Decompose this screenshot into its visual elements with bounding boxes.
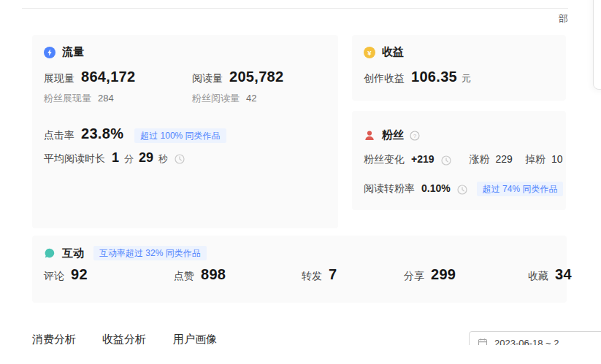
svg-text:¥: ¥ [367,48,372,56]
revenue-card-title: 收益 [382,45,404,59]
tab-user-portrait[interactable]: 用户画像 [173,333,217,345]
reads-metric: 阅读量 205,782 [192,69,283,85]
read-time-metric: 平均阅读时长 1 分 29 秒 [44,150,185,166]
coin-icon: ¥ [364,47,375,58]
ctr-benchmark-badge: 超过 100% 同类作品 [134,128,226,143]
calendar-icon [478,338,488,345]
svg-text:?: ? [413,133,417,139]
top-right-clipped-text: 部 [559,12,568,26]
fan-reads-label: 粉丝阅读量 [192,92,240,105]
creation-income-unit: 元 [462,72,471,85]
shares-value: 299 [431,266,456,283]
read-time-label: 平均阅读时长 [44,152,105,166]
fan-gain-value: 229 [496,153,513,165]
date-range-value: 2023-06-18 ~ 2 [494,338,559,346]
interaction-card-title: 互动 [62,247,84,260]
top-divider [22,8,568,9]
conversion-label: 阅读转粉率 [364,182,415,195]
fan-reads-value: 42 [246,93,256,104]
conversion-value: 0.10% [421,182,451,194]
read-time-seconds-unit: 秒 [158,152,168,166]
fan-loss-metric: 掉粉 10 [525,153,563,166]
bottom-section: 消费分析 收益分析 用户画像 2023-06-18 ~ 2 [0,325,601,345]
reposts-metric: 转发 7 [302,266,337,283]
favorites-label: 收藏 [528,270,548,283]
fan-impressions-value: 284 [98,93,114,104]
likes-label: 点赞 [174,270,194,283]
date-range-picker[interactable]: 2023-06-18 ~ 2 [469,331,601,345]
traffic-card: 流量 展现量 864,172 阅读量 205,782 粉丝展现量 284 粉丝阅… [32,35,338,228]
lightning-icon [44,47,55,58]
likes-metric: 点赞 898 [174,266,226,283]
fans-card-title: 粉丝 [382,128,404,142]
person-icon [364,130,375,142]
reads-label: 阅读量 [192,72,223,85]
reposts-value: 7 [329,266,337,283]
reposts-label: 转发 [302,270,322,283]
conversion-benchmark-badge: 超过 74% 同类作品 [477,182,564,196]
revenue-card-header: ¥ 收益 [364,45,404,59]
impressions-metric: 展现量 864,172 [44,69,135,85]
impressions-label: 展现量 [44,72,74,85]
tab-revenue-analysis[interactable]: 收益分析 [102,333,146,345]
comments-label: 评论 [44,270,64,283]
fans-card-header: 粉丝 ? [364,128,420,142]
chat-bubble-icon [44,247,55,259]
traffic-card-title: 流量 [62,45,84,59]
clock-icon[interactable] [457,185,467,195]
floating-panel-edge [593,0,601,90]
likes-value: 898 [201,266,226,283]
ctr-metric: 点击率 23.8% 超过 100% 同类作品 [44,125,226,143]
tab-consumption-analysis[interactable]: 消费分析 [32,333,76,345]
shares-metric: 分享 299 [404,266,456,283]
comments-value: 92 [71,266,88,283]
fan-change-value: +219 [411,153,435,165]
fan-reads-metric: 粉丝阅读量 42 [192,92,256,105]
fan-impressions-label: 粉丝展现量 [44,92,91,105]
ctr-label: 点击率 [44,129,74,142]
help-icon[interactable]: ? [410,131,420,141]
favorites-metric: 收藏 34 [528,266,572,283]
read-time-seconds: 29 [139,150,153,166]
clock-icon[interactable] [175,154,185,164]
interaction-card-header: 互动 互动率超过 32% 同类作品 [44,246,207,260]
read-time-minutes: 1 [112,150,119,166]
impressions-value: 864,172 [81,69,135,85]
reads-value: 205,782 [229,69,283,85]
analytics-dashboard: 部 流量 展现量 864,172 阅读量 205,782 粉丝展现量 284 粉… [0,0,601,364]
interaction-benchmark-badge: 互动率超过 32% 同类作品 [93,246,207,260]
fans-card: 粉丝 ? 粉丝变化 +219 涨粉 229 掉粉 10 阅读转粉率 0.10% [352,111,566,210]
fan-change-label: 粉丝变化 [364,153,405,166]
shares-label: 分享 [404,270,424,283]
favorites-value: 34 [555,266,572,283]
fan-loss-label: 掉粉 [525,153,546,166]
interaction-card: 互动 互动率超过 32% 同类作品 评论 92 点赞 898 转发 7 分享 2… [32,236,567,303]
clock-icon[interactable] [441,155,451,166]
revenue-card: ¥ 收益 创作收益 106.35 元 [352,35,566,101]
fan-loss-value: 10 [551,153,563,165]
creation-income-metric: 创作收益 106.35 元 [364,69,471,85]
ctr-value: 23.8% [81,125,123,142]
traffic-card-header: 流量 [44,45,84,59]
conversion-row: 阅读转粉率 0.10% 超过 74% 同类作品 [364,182,563,196]
creation-income-label: 创作收益 [364,72,405,85]
fan-gain-label: 涨粉 [470,153,490,166]
read-time-minutes-unit: 分 [124,152,134,166]
fan-impressions-metric: 粉丝展现量 284 [44,92,114,105]
creation-income-value: 106.35 [411,69,457,85]
comments-metric: 评论 92 [44,266,88,283]
fan-gain-metric: 涨粉 229 [470,153,513,166]
fan-change-row: 粉丝变化 +219 涨粉 229 掉粉 10 [364,153,562,166]
